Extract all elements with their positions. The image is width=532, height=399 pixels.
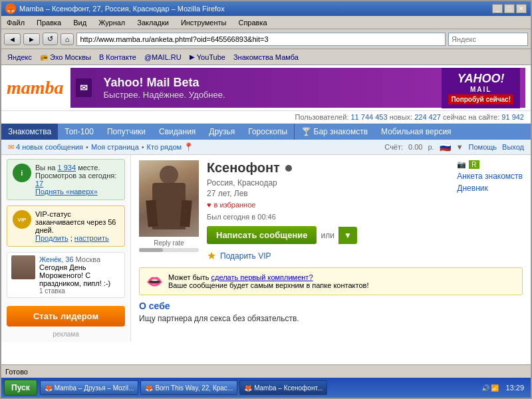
new-count-link[interactable]: 224 427 (414, 113, 441, 121)
online-indicator (285, 165, 292, 172)
nav-mobile[interactable]: Мобильная версия (374, 124, 458, 140)
mamba-page: mamba ✉ Yahoo! Mail Beta Быстрее. Надёжн… (1, 65, 531, 364)
messages-link[interactable]: 4 новых сообщения (16, 143, 83, 151)
status-bar: Готово (1, 364, 531, 378)
bookmarks-bar: Яндекс 📻 Эхо Москвы В Контакте @MAIL.RU … (1, 49, 531, 65)
taskbar-tray: 🔊 📶 13:29 (481, 382, 528, 393)
currency-label: р. (428, 143, 434, 151)
nav-top100[interactable]: Топ-100 (58, 124, 100, 140)
vip-extend-link[interactable]: Продлить (35, 234, 68, 242)
profile-info: Ксенофонт Россия, Краснодар 27 лет, Лев … (207, 160, 450, 262)
bookmark-echo[interactable]: 📻 Эхо Москвы (38, 53, 93, 62)
favorite-row: ♥ в избранное (207, 201, 450, 209)
dropdown-icon[interactable]: ▼ (456, 143, 464, 151)
help-link[interactable]: Помощь (469, 143, 497, 151)
profile-name-row: Ксенофонт (207, 160, 450, 176)
bookmark-mail[interactable]: @MAIL.RU (142, 53, 184, 62)
bar-icon: 🍸 (301, 127, 311, 136)
about-text: Ищу партнера для секса без обязательств. (139, 314, 523, 323)
new-label: новых: (390, 113, 415, 121)
subnav-right: Счёт: 0.00 р. 🇷🇺 ▼ Помощь Выход (384, 142, 524, 152)
menu-file[interactable]: Файл (4, 18, 27, 27)
rank-number-link[interactable]: 1 934 (58, 164, 76, 172)
nav-friends[interactable]: Друзья (202, 124, 241, 140)
nav-horoscope[interactable]: Гороскопы (241, 124, 294, 140)
back-button[interactable]: ◄ (4, 33, 21, 45)
leader-button[interactable]: Стать лидером (7, 306, 125, 327)
logout-link[interactable]: Выход (502, 143, 524, 151)
nearby-icon: 📍 (184, 142, 194, 152)
or-dropdown-button[interactable]: ▼ (338, 227, 357, 244)
address-bar[interactable] (76, 33, 446, 46)
nav-dating[interactable]: Знакомства (1, 124, 58, 140)
online-count-link[interactable]: 91 942 (501, 113, 524, 121)
diary-link[interactable]: Дневник (457, 184, 523, 193)
menu-view[interactable]: Вид (70, 18, 89, 27)
banner-title: Yahoo! Mail Beta (104, 76, 225, 90)
message-widget: Женёк, 36 Москва Сегодня День Мороженого… (7, 252, 125, 298)
nav-dates[interactable]: Свидания (152, 124, 202, 140)
vip-text: VIP-статус заканчивается через 56 дней. … (35, 210, 119, 242)
nearby-link[interactable]: Кто рядом 📍 (147, 142, 194, 152)
taskbar: Пуск 🦊 Mamba – Друзья – Mozil... 🦊 Born … (1, 378, 531, 398)
anketa-link[interactable]: Анкета знакомств (457, 172, 523, 181)
profile-main: 📷 R Анкета знакомств Дневник (131, 155, 531, 342)
flag-icon: 🇷🇺 (440, 142, 451, 152)
write-message-button[interactable]: Написать сообщение (207, 226, 317, 244)
rank-icon: i (13, 164, 31, 182)
refresh-button[interactable]: ↺ (43, 33, 58, 45)
vip-widget: VIP VIP-статус заканчивается через 56 дн… (7, 205, 125, 247)
menu-help[interactable]: Справка (235, 18, 269, 27)
users-label: Пользователей: (295, 113, 350, 121)
tray-icons: 🔊 📶 (481, 384, 499, 392)
profile-links: 📷 R Анкета знакомств Дневник (457, 160, 523, 196)
nav-travel[interactable]: Попутчики (100, 124, 152, 140)
gift-vip-link[interactable]: Подарить VIP (220, 251, 271, 261)
minimize-button[interactable]: _ (492, 4, 503, 13)
taskbar-item-1[interactable]: 🦊 Born This Way, 22, Крас... (140, 380, 237, 395)
taskbar-item-0[interactable]: 🦊 Mamba – Друзья – Mozil... (40, 380, 139, 395)
favorite-link[interactable]: в избранное (214, 201, 256, 209)
users-count-link[interactable]: 11 744 453 (351, 113, 388, 121)
menu-tools[interactable]: Инструменты (178, 18, 229, 27)
forward-button[interactable]: ► (23, 33, 40, 45)
reply-bar (139, 248, 199, 252)
profile-header: Reply rate Ксенофонт (139, 160, 450, 262)
left-sidebar: i Вы на 1 934 месте. Просмотров за сегод… (1, 155, 131, 342)
vip-settings-link[interactable]: настроить (74, 234, 109, 242)
search-bar[interactable] (448, 33, 528, 46)
bookmark-vk[interactable]: В Контакте (97, 53, 138, 62)
close-button[interactable]: ✕ (516, 4, 527, 13)
address-bar-container (76, 33, 446, 46)
start-button[interactable]: Пуск (4, 380, 37, 396)
about-title: О себе (139, 301, 523, 311)
bookmark-mamba[interactable]: Знакомства Мамба (231, 53, 301, 62)
maximize-button[interactable]: □ (504, 4, 515, 13)
banner-ad[interactable]: ✉ Yahoo! Mail Beta Быстрее. Надёжнее. Уд… (70, 68, 525, 108)
bookmark-youtube[interactable]: ▶ YouTube (188, 53, 227, 62)
or-label: или (321, 231, 334, 240)
taskbar-item-2[interactable]: 🦊 Mamba – Ксенофонт... (239, 380, 327, 395)
bookmark-yandex[interactable]: Яндекс (5, 53, 34, 62)
firefox-icon: 🦊 (5, 3, 16, 14)
message-avatar (11, 255, 35, 279)
window-title: Mamba – Ксенофонт, 27, Россия, Краснодар… (19, 5, 225, 13)
last-seen: Был сегодня в 00:46 (207, 213, 450, 221)
menu-history[interactable]: Журнал (96, 18, 128, 27)
message-sender[interactable]: Женёк, 36 Москва (39, 255, 120, 263)
nav-bar[interactable]: 🍸 Бар знакомств (294, 124, 374, 140)
compliment-link[interactable]: сделать первый комплимент? (211, 273, 313, 281)
profile-age: 27 лет, Лев (207, 189, 450, 198)
reply-rate-label: Reply rate (139, 239, 199, 252)
menu-edit[interactable]: Правка (34, 18, 64, 27)
message-stakes[interactable]: 1 ставка (39, 287, 120, 295)
raise-link[interactable]: Поднять «наверх» (35, 188, 98, 196)
window-controls[interactable]: _ □ ✕ (492, 4, 527, 13)
menu-bookmarks[interactable]: Закладки (134, 18, 172, 27)
message-content: Женёк, 36 Москва Сегодня День Мороженого… (39, 255, 120, 295)
banner-text: Yahoo! Mail Beta Быстрее. Надёжнее. Удоб… (104, 76, 225, 100)
home-button[interactable]: ⌂ (61, 33, 74, 45)
my-page-link[interactable]: Моя страница (91, 143, 139, 151)
ad-label: реклама (7, 331, 125, 338)
views-link[interactable]: 17 (35, 180, 43, 188)
